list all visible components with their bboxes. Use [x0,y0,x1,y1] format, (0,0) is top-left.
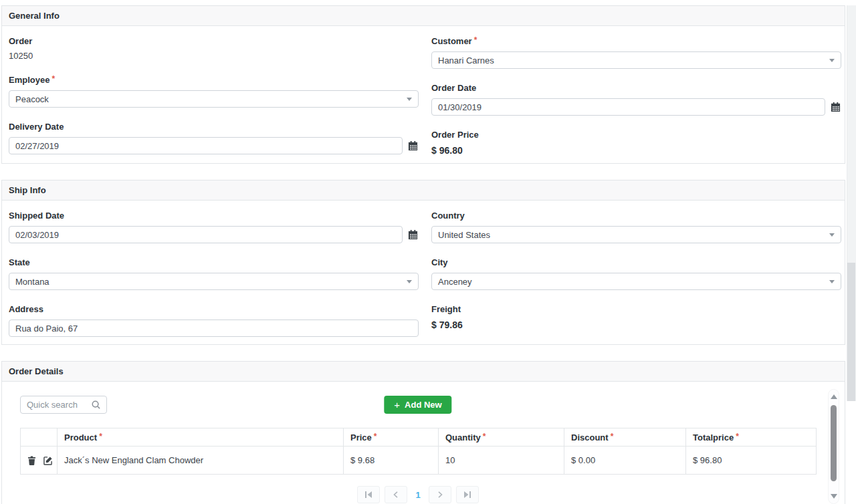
required-marker: * [736,432,739,441]
freight-field: Freight $ 79.86 [431,305,841,330]
chevron-down-icon [407,280,412,283]
city-dropdown[interactable]: Anceney [431,273,841,290]
address-label: Address [9,305,419,314]
edit-row-icon[interactable] [43,456,53,465]
order-price-field: Order Price $ 96.80 [431,130,841,156]
customer-dropdown-value: Hanari Carnes [438,55,494,66]
delivery-date-label: Delivery Date [9,122,419,132]
country-field: Country United States [431,211,841,243]
chevron-down-icon [407,98,412,101]
table-row: Jack´s New England Clam Chowder $ 9.68 1… [21,447,817,475]
order-edit-page: General Info Order 10250 Employee* Peaco… [0,5,856,504]
city-label: City [431,258,841,267]
general-info-panel: General Info Order 10250 Employee* Peaco… [1,5,845,164]
search-icon [91,400,101,410]
totalprice-cell: $ 96.80 [686,447,817,475]
last-page-button[interactable] [456,486,479,503]
shipped-date-input[interactable] [9,226,403,243]
calendar-icon[interactable] [408,230,418,240]
grid-scrollbar [828,389,839,504]
employee-field: Employee* Peacock [9,76,419,108]
discount-column-header: Discount* [564,428,686,447]
chevron-down-icon [829,59,835,62]
order-date-input[interactable] [431,98,825,116]
table-header-row: Product* Price* Quantity* Discount* Tota… [21,428,817,447]
required-marker: * [374,432,377,441]
totalprice-column-header: Totalprice* [686,428,817,447]
shipped-date-label: Shipped Date [9,211,419,221]
quantity-column-header: Quantity* [439,428,564,447]
add-new-button[interactable]: + Add New [384,396,451,414]
delivery-date-input[interactable] [9,137,403,154]
scroll-down-icon[interactable] [831,494,837,499]
page-scrollbar-track[interactable] [847,5,856,401]
state-dropdown[interactable]: Montana [9,273,419,290]
order-details-title: Order Details [2,362,845,382]
first-page-button[interactable] [357,486,380,503]
order-price-label: Order Price [431,130,841,140]
next-page-button[interactable] [429,486,451,503]
first-page-icon [364,491,372,498]
required-marker: * [483,432,486,441]
customer-dropdown[interactable]: Hanari Carnes [431,51,841,69]
country-label: Country [431,211,841,221]
last-page-icon [463,491,471,498]
product-cell: Jack´s New England Clam Chowder [58,447,344,475]
required-marker: * [474,35,477,45]
city-field: City Anceney [431,258,841,290]
address-field: Address [9,305,419,337]
quick-search-box [20,396,107,414]
country-dropdown-value: United States [438,230,490,240]
order-price-value: $ 96.80 [431,145,841,156]
product-column-header: Product* [58,428,344,447]
grid-toolbar: + Add New [20,396,816,414]
country-dropdown[interactable]: United States [431,226,841,243]
general-info-title: General Info [2,6,845,26]
prev-page-icon [393,491,399,498]
freight-label: Freight [431,305,841,314]
ship-info-title: Ship Info [2,180,845,201]
order-label: Order [9,37,419,46]
plus-icon: + [394,400,400,410]
quantity-cell: 10 [439,447,564,475]
page-scrollbar-thumb[interactable] [847,263,855,401]
required-marker: * [51,74,55,84]
prev-page-button[interactable] [385,486,407,503]
city-dropdown-value: Anceney [438,277,472,287]
employee-dropdown[interactable]: Peacock [9,90,419,108]
chevron-down-icon [829,233,835,237]
order-date-label: Order Date [431,84,841,93]
next-page-icon [437,491,443,498]
employee-label: Employee* [9,76,419,85]
order-details-panel: Order Details + Add New [1,361,845,504]
shipped-date-field: Shipped Date [9,211,419,243]
order-details-table: Product* Price* Quantity* Discount* Tota… [20,428,817,475]
price-column-header: Price* [344,428,439,447]
required-marker: * [611,432,614,441]
ship-info-panel: Ship Info Shipped Date State Montana [1,180,845,345]
required-marker: * [99,432,102,441]
scroll-up-icon[interactable] [831,394,837,399]
price-cell: $ 9.68 [344,447,439,475]
calendar-icon[interactable] [831,102,841,112]
general-info-body: Order 10250 Employee* Peacock Delivery D… [2,26,845,163]
state-label: State [9,258,419,267]
delivery-date-field: Delivery Date [9,122,419,154]
state-dropdown-value: Montana [15,277,49,287]
calendar-icon[interactable] [408,141,418,151]
order-value: 10250 [9,51,419,61]
grid-scrollbar-thumb[interactable] [831,405,837,481]
order-field: Order 10250 [9,37,419,61]
address-input[interactable] [9,320,419,337]
order-details-body: + Add New Product* Price* Quantity* [2,382,845,504]
ship-info-body: Shipped Date State Montana [2,201,845,344]
employee-dropdown-value: Peacock [15,94,49,104]
page-number[interactable]: 1 [412,490,424,500]
delete-row-icon[interactable] [27,456,36,465]
customer-label: Customer* [431,37,841,46]
add-new-label: Add New [405,400,442,410]
pagination: 1 [20,486,816,503]
actions-column-header [21,428,58,447]
freight-value: $ 79.86 [431,320,841,330]
chevron-down-icon [829,280,835,283]
